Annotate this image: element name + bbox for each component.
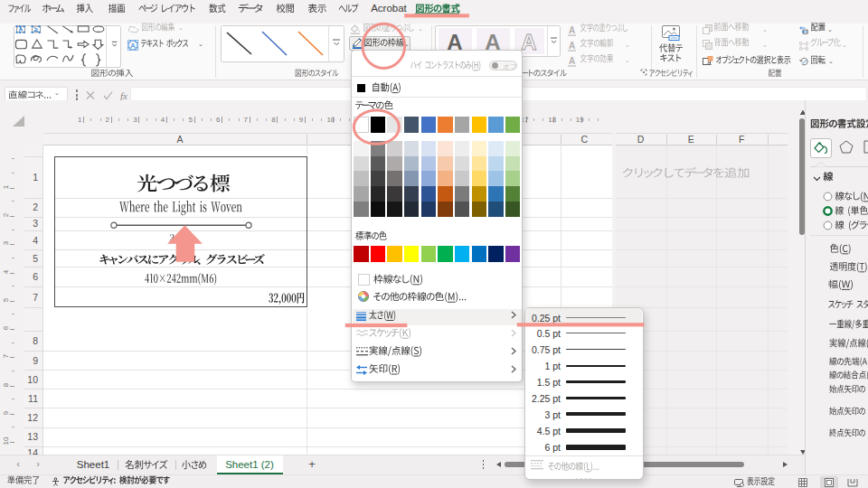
svg-text:A: A	[130, 42, 136, 50]
svg-text:A: A	[569, 25, 575, 35]
svg-text:A: A	[521, 30, 536, 54]
svg-text:A: A	[569, 56, 575, 66]
svg-text:A: A	[569, 41, 575, 51]
